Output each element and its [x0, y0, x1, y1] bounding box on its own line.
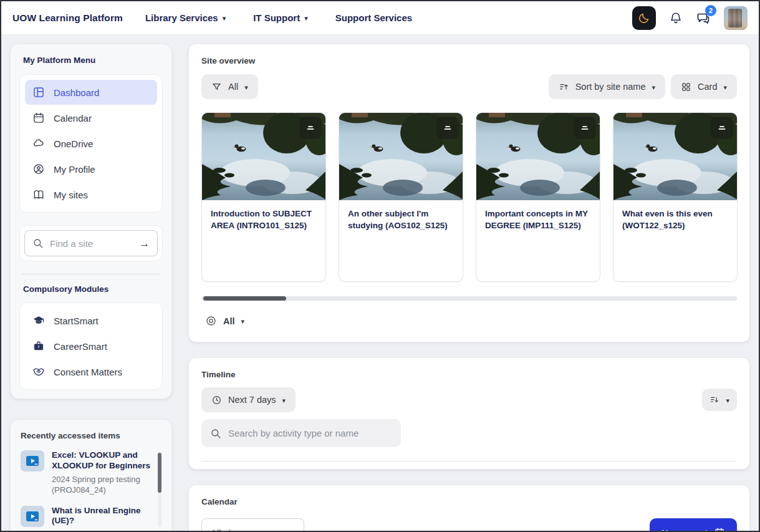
course-title: What even is this even (WOT122_s125) — [613, 200, 737, 239]
calendar-card: Calendar All sites ▾ New event — [188, 485, 750, 531]
find-site-input[interactable] — [50, 238, 133, 249]
find-site-submit-arrow[interactable]: → — [139, 238, 150, 249]
list-item[interactable]: in What is Unreal Engine (UE)? — [21, 506, 153, 527]
sidebar-item-startsmart[interactable]: StartSmart — [25, 308, 157, 333]
nav-library-services-label: Library Services — [145, 12, 218, 23]
timeline-sort-dropdown[interactable]: ▾ — [702, 389, 737, 411]
course-card-menu-button[interactable] — [711, 117, 733, 139]
sidebar-item-onedrive[interactable]: OneDrive — [25, 131, 157, 156]
visibility-target-icon — [205, 315, 217, 327]
compulsory-modules-title: Compulsory Modules — [19, 284, 163, 294]
caret-down-icon: ▾ — [652, 84, 656, 91]
notifications-button[interactable] — [669, 11, 683, 25]
timeline-card: Timeline Next 7 days ▾ ▾ — [188, 357, 750, 470]
calendar-sites-select-value: All sites — [211, 528, 243, 531]
search-icon — [32, 238, 44, 249]
filter-dropdown-label: All — [228, 82, 238, 92]
sidebar-item-label: Calendar — [54, 113, 92, 123]
site-overview-title: Site overview — [201, 56, 737, 65]
calendar-icon — [32, 112, 45, 124]
visibility-filter-dropdown[interactable]: All ▾ — [201, 311, 248, 331]
recent-item-title: What is Unreal Engine (UE)? — [52, 506, 153, 527]
filter-dropdown-button[interactable]: All ▾ — [201, 74, 258, 99]
svg-text:in: in — [35, 462, 39, 466]
main-content: Site overview All ▾ — [188, 44, 750, 531]
course-card[interactable]: What even is this even (WOT122_s125) — [613, 112, 738, 282]
menu-lines-icon — [579, 122, 590, 133]
sidebar-item-careersmart[interactable]: CareerSmart — [25, 334, 157, 359]
user-avatar[interactable] — [724, 6, 748, 30]
course-card[interactable]: Introduction to SUBJECT AREA (INTRO101_S… — [201, 112, 326, 282]
caret-down-icon: ▾ — [241, 318, 245, 325]
clock-icon — [211, 395, 222, 405]
user-circle-icon — [32, 163, 45, 175]
site-overview-card: Site overview All ▾ — [188, 44, 750, 342]
recent-item-texts: Excel: VLOOKUP and XLOOKUP for Beginners… — [52, 450, 153, 496]
horizontal-scrollbar-thumb[interactable] — [203, 296, 286, 301]
sidebar-divider — [22, 274, 160, 274]
sidebar-item-label: Consent Matters — [54, 367, 122, 377]
brand-title[interactable]: UOW Learning Platform — [12, 12, 123, 24]
horizontal-scrollbar-track[interactable] — [201, 296, 737, 301]
view-mode-dropdown-button[interactable]: Card ▾ — [671, 74, 737, 99]
cloud-icon — [32, 137, 45, 150]
calendar-sites-select[interactable]: All sites ▾ — [201, 518, 304, 531]
caret-down-icon: ▾ — [723, 84, 727, 91]
timeline-divider — [201, 461, 737, 462]
caret-down-icon: ▾ — [304, 15, 308, 22]
course-card-menu-button[interactable] — [436, 117, 459, 139]
menu-lines-icon — [442, 122, 453, 133]
nav-it-support-label: IT Support — [253, 12, 300, 23]
messages-count-badge: 2 — [705, 5, 716, 16]
recent-item-texts: What is Unreal Engine (UE)? — [52, 506, 153, 527]
course-title: Important concepts in MY DEGREE (IMP111_… — [476, 200, 600, 239]
menu-lines-icon — [716, 122, 728, 133]
sort-dropdown-label: Sort by site name — [575, 82, 646, 92]
calendar-controls: All sites ▾ New event — [201, 518, 737, 531]
view-mode-label: Card — [698, 82, 717, 92]
sidebar-item-calendar[interactable]: Calendar — [25, 105, 157, 130]
timeline-range-dropdown[interactable]: Next 7 days ▾ — [201, 387, 296, 412]
course-card[interactable]: Important concepts in MY DEGREE (IMP111_… — [476, 112, 600, 282]
briefcase-icon — [32, 340, 45, 352]
nav-support-services[interactable]: Support Services — [335, 12, 412, 23]
caret-down-icon: ▾ — [291, 530, 295, 531]
caret-down-icon: ▾ — [282, 397, 286, 404]
toolbar-right-group: Sort by site name ▾ Card ▾ — [549, 74, 737, 99]
sidebar-item-my-sites[interactable]: My sites — [25, 182, 157, 207]
course-title: An other subject I'm studying (AOS102_S1… — [339, 200, 463, 239]
sort-dropdown-button[interactable]: Sort by site name ▾ — [549, 74, 665, 99]
vertical-scrollbar-track[interactable] — [158, 452, 161, 527]
sidebar-item-dashboard[interactable]: Dashboard — [25, 80, 157, 105]
timeline-search-input[interactable] — [228, 428, 392, 438]
vertical-scrollbar-thumb[interactable] — [158, 453, 161, 493]
dark-mode-toggle[interactable] — [632, 6, 656, 30]
visibility-filter-label: All — [223, 316, 235, 326]
site-overview-toolbar: All ▾ Sort by site name ▾ — [201, 74, 737, 99]
svg-text:in: in — [35, 517, 39, 521]
timeline-range-label: Next 7 days — [228, 395, 276, 405]
course-title: Introduction to SUBJECT AREA (INTRO101_S… — [202, 200, 325, 239]
sidebar-item-my-profile[interactable]: My Profile — [25, 157, 157, 181]
sidebar-item-label: OneDrive — [54, 138, 93, 149]
new-event-button[interactable]: New event — [650, 518, 737, 531]
nav-library-services[interactable]: Library Services ▾ — [145, 12, 226, 23]
browser-viewport: UOW Learning Platform Library Services ▾… — [0, 0, 760, 532]
messages-button[interactable]: 2 — [696, 11, 711, 26]
recently-accessed-list: in Excel: VLOOKUP and XLOOKUP for Beginn… — [21, 450, 161, 527]
recently-accessed-title: Recently accessed items — [21, 431, 161, 440]
linkedin-learning-icon: in — [21, 450, 44, 472]
primary-nav: Library Services ▾ IT Support ▾ Support … — [145, 12, 412, 23]
nav-it-support[interactable]: IT Support ▾ — [253, 12, 308, 23]
find-site-card: → — [19, 225, 163, 261]
list-item[interactable]: in Excel: VLOOKUP and XLOOKUP for Beginn… — [21, 450, 153, 496]
timeline-toolbar: Next 7 days ▾ ▾ — [201, 387, 737, 412]
course-card-menu-button[interactable] — [574, 117, 596, 139]
sort-descending-icon — [709, 395, 719, 405]
handshake-icon — [32, 365, 45, 378]
timeline-title: Timeline — [201, 370, 737, 379]
course-card-menu-button[interactable] — [299, 117, 322, 139]
recent-item-subtitle: 2024 Spring prep testing (PROJ084_24) — [52, 475, 153, 496]
sidebar-item-consent-matters[interactable]: Consent Matters — [25, 359, 157, 384]
course-card[interactable]: An other subject I'm studying (AOS102_S1… — [339, 112, 463, 282]
